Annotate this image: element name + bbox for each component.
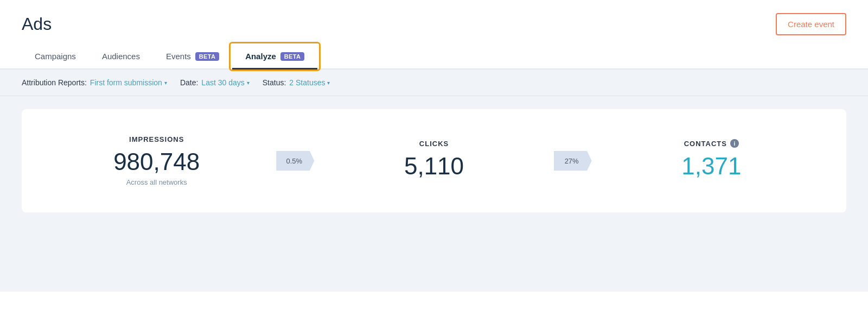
attribution-label: Attribution Reports: [22, 78, 87, 87]
date-dropdown[interactable]: Last 30 days ▾ [201, 78, 249, 87]
arrow-1-value: 0.5% [286, 157, 303, 165]
date-chevron-icon: ▾ [247, 80, 250, 86]
attribution-chevron-icon: ▾ [164, 80, 167, 86]
tab-analyze-label: Analyze [245, 52, 276, 61]
contacts-label: CONTACTS [684, 140, 727, 148]
create-event-button[interactable]: Create event [776, 13, 846, 35]
status-value: 2 Statuses [289, 78, 325, 87]
filter-bar: Attribution Reports: First form submissi… [0, 70, 868, 96]
tab-audiences[interactable]: Audiences [89, 44, 153, 68]
arrow-badge-1: 0.5% [276, 151, 314, 171]
page-title: Ads [22, 14, 52, 34]
date-label: Date: [180, 78, 198, 87]
stats-card: IMPRESSIONS 980,748 Across all networks … [22, 109, 846, 212]
tab-events-label: Events [166, 52, 191, 61]
contacts-label-row: CONTACTS i [684, 139, 739, 148]
analyze-beta-badge: BETA [280, 52, 304, 61]
attribution-dropdown[interactable]: First form submission ▾ [90, 78, 167, 87]
impressions-label: IMPRESSIONS [129, 135, 184, 143]
page-header: Ads Create event [0, 0, 868, 44]
clicks-label: CLICKS [419, 140, 449, 148]
main-content: IMPRESSIONS 980,748 Across all networks … [0, 96, 868, 292]
status-label: Status: [263, 78, 286, 87]
impressions-block: IMPRESSIONS 980,748 Across all networks [43, 135, 270, 186]
impressions-sub: Across all networks [126, 178, 187, 186]
status-chevron-icon: ▾ [327, 80, 330, 86]
tab-events[interactable]: Events BETA [153, 44, 232, 68]
attribution-value: First form submission [90, 78, 162, 87]
tab-campaigns-label: Campaigns [35, 52, 76, 61]
impressions-value: 980,748 [113, 150, 200, 174]
date-value: Last 30 days [201, 78, 244, 87]
contacts-block: CONTACTS i 1,371 [598, 139, 825, 183]
tab-audiences-label: Audiences [102, 52, 140, 61]
contacts-info-icon[interactable]: i [730, 139, 739, 148]
tab-campaigns[interactable]: Campaigns [22, 44, 89, 68]
contacts-value: 1,371 [681, 154, 741, 178]
clicks-block: CLICKS 5,110 [321, 140, 547, 183]
events-beta-badge: BETA [195, 52, 219, 61]
arrow-badge-2: 27% [554, 151, 592, 171]
tabs-bar: Campaigns Audiences Events BETA Analyze … [0, 44, 868, 70]
clicks-value: 5,110 [404, 154, 464, 178]
tab-analyze[interactable]: Analyze BETA [232, 44, 317, 68]
arrow-2-value: 27% [565, 157, 579, 165]
status-dropdown[interactable]: 2 Statuses ▾ [289, 78, 330, 87]
